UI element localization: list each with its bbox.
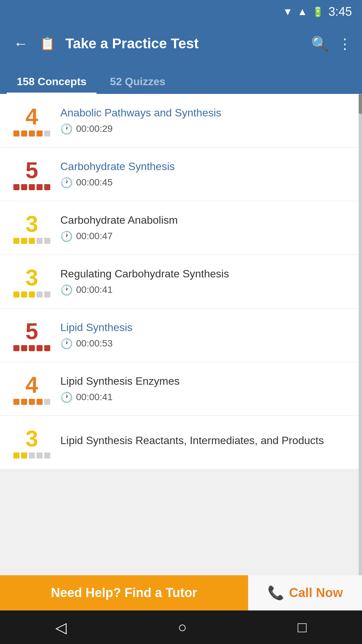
item-title: Lipid Synthesis (60, 321, 352, 334)
wifi-icon: ▼ (283, 6, 293, 17)
time-value: 00:00:29 (76, 123, 113, 134)
status-bar: ▼ ▲ 🔋 3:45 (0, 0, 362, 23)
tab-quizzes[interactable]: 52 Quizzes (100, 71, 175, 94)
bar-filled (29, 130, 35, 137)
app-bar-title: Take a Practice Test (65, 36, 304, 52)
item-rating: 4 (10, 373, 54, 405)
bar-empty (37, 452, 43, 459)
time-value: 00:00:41 (76, 284, 113, 295)
item-number: 5 (25, 159, 38, 181)
bar-filled (29, 238, 35, 244)
bar-empty (37, 291, 43, 298)
bar-filled (29, 184, 35, 190)
bar-filled (21, 345, 27, 351)
nav-back-button[interactable]: ◁ (55, 619, 67, 636)
item-time: 🕐 00:00:47 (60, 230, 352, 242)
clock-icon: 🕐 (60, 177, 73, 189)
item-time: 🕐 00:00:29 (60, 123, 352, 135)
tab-concepts[interactable]: 158 Concepts (7, 71, 97, 94)
bar-filled (37, 399, 43, 405)
list-item[interactable]: 4 Anabolic Pathways and Synthesis 🕐 00:0… (0, 94, 362, 148)
nav-recent-button[interactable]: □ (298, 619, 307, 636)
nav-bar: ◁ ○ □ (0, 610, 362, 644)
back-button[interactable]: ← (10, 32, 32, 55)
bar-filled (13, 399, 19, 405)
time-value: 00:00:53 (76, 338, 113, 349)
bar-filled (21, 291, 27, 298)
scroll-track (359, 94, 362, 577)
item-rating: 5 (10, 159, 54, 190)
bar-filled (13, 345, 19, 351)
bar-filled (21, 452, 27, 459)
bar-filled (13, 238, 19, 244)
bar-filled (13, 130, 19, 137)
item-title: Lipid Synthesis Enzymes (60, 375, 352, 387)
item-number: 4 (25, 373, 38, 396)
clock-icon: 🕐 (60, 123, 73, 135)
rating-bars (13, 345, 50, 351)
item-content: Lipid Synthesis 🕐 00:00:53 (60, 321, 352, 350)
item-content: Carbohydrate Anabolism 🕐 00:00:47 (60, 214, 352, 242)
bar-filled (29, 345, 35, 351)
list-item[interactable]: 3 Carbohydrate Anabolism 🕐 00:00:47 (0, 201, 362, 255)
list-item[interactable]: 3 Regulating Carbohydrate Synthesis 🕐 00… (0, 255, 362, 309)
app-bar-actions: 🔍 ⋮ (311, 36, 352, 52)
item-title: Lipid Synthesis Reactants, Intermediates… (60, 434, 352, 447)
time-value: 00:00:47 (76, 231, 113, 241)
battery-icon: 🔋 (312, 6, 324, 17)
bar-filled (37, 130, 43, 137)
item-rating: 3 (10, 266, 54, 298)
item-title: Carbohydrate Synthesis (60, 160, 352, 173)
tutor-button[interactable]: Need Help? Find a Tutor (0, 575, 248, 610)
item-number: 4 (25, 105, 38, 128)
item-content: Anabolic Pathways and Synthesis 🕐 00:00:… (60, 107, 352, 135)
bar-filled (13, 452, 19, 459)
bar-empty (44, 130, 50, 137)
item-content: Regulating Carbohydrate Synthesis 🕐 00:0… (60, 268, 352, 296)
bar-empty (44, 291, 50, 298)
call-button[interactable]: 📞 Call Now (248, 575, 362, 610)
list-item[interactable]: 5 Lipid Synthesis 🕐 00:00:53 (0, 309, 362, 362)
bar-empty (29, 452, 35, 459)
status-time: 3:45 (328, 5, 352, 19)
item-time: 🕐 00:00:41 (60, 391, 352, 403)
search-button[interactable]: 🔍 (311, 36, 328, 52)
rating-bars (13, 291, 50, 298)
bar-filled (21, 130, 27, 137)
more-button[interactable]: ⋮ (338, 36, 352, 52)
item-time: 🕐 00:00:53 (60, 338, 352, 350)
call-text: Call Now (289, 586, 343, 600)
item-title: Carbohydrate Anabolism (60, 214, 352, 226)
item-time: 🕐 00:00:41 (60, 284, 352, 296)
bar-empty (44, 399, 50, 405)
status-icons: ▼ ▲ 🔋 3:45 (283, 5, 352, 19)
app-icon: 📋 (40, 36, 55, 51)
item-content: Lipid Synthesis Reactants, Intermediates… (60, 434, 352, 451)
item-rating: 3 (10, 427, 54, 459)
rating-bars (13, 452, 50, 459)
bar-filled (37, 184, 43, 190)
list-item[interactable]: 5 Carbohydrate Synthesis 🕐 00:00:45 (0, 148, 362, 201)
list-item[interactable]: 3 Lipid Synthesis Reactants, Intermediat… (0, 416, 362, 470)
item-title: Anabolic Pathways and Synthesis (60, 107, 352, 119)
bottom-banner: Need Help? Find a Tutor 📞 Call Now (0, 575, 362, 610)
bar-filled (44, 345, 50, 351)
bar-filled (13, 184, 19, 190)
clock-icon: 🕐 (60, 230, 73, 242)
bar-filled (37, 345, 43, 351)
bar-empty (44, 452, 50, 459)
bar-filled (21, 399, 27, 405)
item-content: Carbohydrate Synthesis 🕐 00:00:45 (60, 160, 352, 189)
time-value: 00:00:45 (76, 177, 113, 188)
content-area[interactable]: 4 Anabolic Pathways and Synthesis 🕐 00:0… (0, 94, 362, 577)
time-value: 00:00:41 (76, 392, 113, 402)
bar-filled (44, 184, 50, 190)
bar-filled (29, 291, 35, 298)
bar-empty (37, 238, 43, 244)
nav-home-button[interactable]: ○ (178, 619, 187, 636)
clock-icon: 🕐 (60, 338, 73, 350)
scroll-thumb (359, 94, 362, 114)
list-item[interactable]: 4 Lipid Synthesis Enzymes 🕐 00:00:41 (0, 362, 362, 416)
signal-icon: ▲ (297, 6, 307, 17)
item-number: 3 (25, 427, 38, 450)
